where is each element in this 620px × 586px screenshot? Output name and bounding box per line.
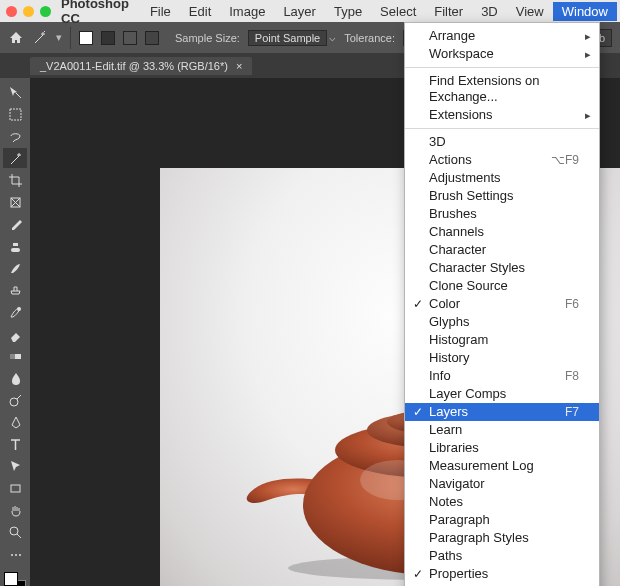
lasso-tool[interactable] [3, 126, 27, 146]
intersect-selection-icon[interactable] [145, 31, 159, 45]
type-tool[interactable] [3, 434, 27, 454]
menu-item-properties[interactable]: Properties [405, 565, 599, 583]
menu-item-3d[interactable]: 3D [405, 133, 599, 151]
menu-item-label: Clone Source [429, 278, 508, 294]
menu-window[interactable]: Window [553, 2, 617, 21]
menu-item-label: Properties [429, 566, 488, 582]
svg-point-10 [15, 554, 17, 556]
menu-view[interactable]: View [507, 2, 553, 21]
menu-item-channels[interactable]: Channels [405, 223, 599, 241]
spot-heal-tool[interactable] [3, 236, 27, 256]
svg-point-9 [11, 554, 13, 556]
menu-item-brushes[interactable]: Brushes [405, 205, 599, 223]
minimize-window-icon[interactable] [23, 6, 34, 17]
document-tab[interactable]: _V2A0011-Edit.tif @ 33.3% (RGB/16*) × [30, 57, 252, 75]
menu-item-paragraph-styles[interactable]: Paragraph Styles [405, 529, 599, 547]
menu-edit[interactable]: Edit [180, 2, 220, 21]
menu-item-navigator[interactable]: Navigator [405, 475, 599, 493]
menu-item-label: Glyphs [429, 314, 469, 330]
menu-item-adjustments[interactable]: Adjustments [405, 169, 599, 187]
menu-item-label: Workspace [429, 46, 494, 62]
marquee-tool[interactable] [3, 104, 27, 124]
menu-item-info[interactable]: InfoF8 [405, 367, 599, 385]
document-tab-title: _V2A0011-Edit.tif @ 33.3% (RGB/16*) [40, 60, 228, 72]
menu-item-layer-comps[interactable]: Layer Comps [405, 385, 599, 403]
menu-item-shortcut: ⌥F9 [551, 152, 579, 168]
menu-item-learn[interactable]: Learn [405, 421, 599, 439]
menu-item-label: Measurement Log [429, 458, 534, 474]
menu-item-libraries[interactable]: Libraries [405, 439, 599, 457]
menu-item-layers[interactable]: LayersF7 [405, 403, 599, 421]
subtract-selection-icon[interactable] [123, 31, 137, 45]
dodge-tool[interactable] [3, 390, 27, 410]
history-brush-tool[interactable] [3, 302, 27, 322]
menu-item-histogram[interactable]: Histogram [405, 331, 599, 349]
eyedropper-tool[interactable] [3, 214, 27, 234]
menu-item-shortcut: F8 [565, 368, 579, 384]
crop-tool[interactable] [3, 170, 27, 190]
foreground-color-swatch[interactable] [4, 572, 18, 586]
menu-image[interactable]: Image [220, 2, 274, 21]
eraser-tool[interactable] [3, 324, 27, 344]
blur-tool[interactable] [3, 368, 27, 388]
menu-file[interactable]: File [141, 2, 180, 21]
menu-item-label: Paragraph Styles [429, 530, 529, 546]
menu-item-paths[interactable]: Paths [405, 547, 599, 565]
zoom-window-icon[interactable] [40, 6, 51, 17]
clone-stamp-tool[interactable] [3, 280, 27, 300]
sample-size-select[interactable]: Point Sample [248, 30, 327, 46]
path-select-tool[interactable] [3, 456, 27, 476]
menu-item-character[interactable]: Character [405, 241, 599, 259]
magic-wand-icon[interactable] [32, 30, 48, 46]
menu-item-history[interactable]: History [405, 349, 599, 367]
magic-wand-tool[interactable] [3, 148, 27, 168]
menu-item-find-extensions-on-exchange[interactable]: Find Extensions on Exchange... [405, 72, 599, 106]
menu-item-actions[interactable]: Actions⌥F9 [405, 151, 599, 169]
menu-item-label: Channels [429, 224, 484, 240]
brush-tool[interactable] [3, 258, 27, 278]
hand-tool[interactable] [3, 500, 27, 520]
menu-item-label: Paragraph [429, 512, 490, 528]
color-swatches[interactable] [4, 572, 26, 586]
menu-item-label: Color [429, 296, 460, 312]
menu-item-label: Histogram [429, 332, 488, 348]
menu-item-label: Brush Settings [429, 188, 514, 204]
menu-3d[interactable]: 3D [472, 2, 507, 21]
menu-type[interactable]: Type [325, 2, 371, 21]
menu-item-glyphs[interactable]: Glyphs [405, 313, 599, 331]
svg-rect-7 [11, 485, 20, 492]
home-icon[interactable] [8, 30, 24, 46]
menu-select[interactable]: Select [371, 2, 425, 21]
svg-rect-0 [10, 109, 21, 120]
new-selection-icon[interactable] [79, 31, 93, 45]
menu-layer[interactable]: Layer [274, 2, 325, 21]
rectangle-tool[interactable] [3, 478, 27, 498]
menu-item-measurement-log[interactable]: Measurement Log [405, 457, 599, 475]
menu-item-label: Navigator [429, 476, 485, 492]
pen-tool[interactable] [3, 412, 27, 432]
menu-item-label: Adjustments [429, 170, 501, 186]
edit-toolbar[interactable] [3, 544, 27, 564]
add-selection-icon[interactable] [101, 31, 115, 45]
close-tab-icon[interactable]: × [236, 60, 242, 72]
svg-point-11 [19, 554, 21, 556]
gradient-tool[interactable] [3, 346, 27, 366]
menu-item-clone-source[interactable]: Clone Source [405, 277, 599, 295]
zoom-tool[interactable] [3, 522, 27, 542]
menu-item-paragraph[interactable]: Paragraph [405, 511, 599, 529]
menu-item-workspace[interactable]: Workspace [405, 45, 599, 63]
menu-item-character-styles[interactable]: Character Styles [405, 259, 599, 277]
move-tool[interactable] [3, 82, 27, 102]
menu-filter[interactable]: Filter [425, 2, 472, 21]
menu-item-label: Character [429, 242, 486, 258]
menu-item-brush-settings[interactable]: Brush Settings [405, 187, 599, 205]
menu-item-arrange[interactable]: Arrange [405, 27, 599, 45]
menu-item-extensions[interactable]: Extensions [405, 106, 599, 124]
menu-item-notes[interactable]: Notes [405, 493, 599, 511]
svg-point-3 [17, 307, 21, 311]
menu-item-color[interactable]: ColorF6 [405, 295, 599, 313]
close-window-icon[interactable] [6, 6, 17, 17]
tool-panel [0, 78, 30, 586]
menu-item-label: Learn [429, 422, 462, 438]
frame-tool[interactable] [3, 192, 27, 212]
